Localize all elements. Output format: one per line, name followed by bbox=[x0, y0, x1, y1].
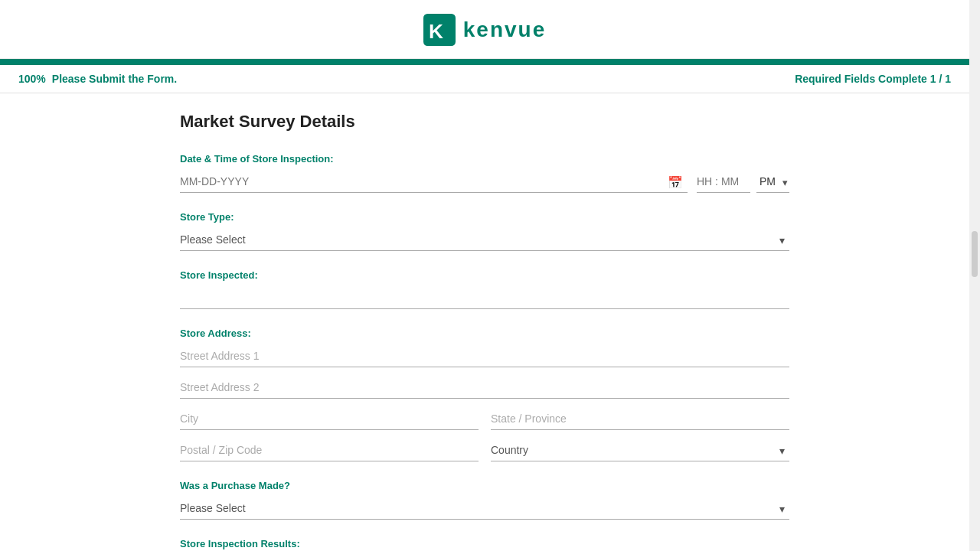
postal-field bbox=[180, 439, 479, 461]
form-title: Market Survey Details bbox=[180, 112, 789, 132]
ampm-wrapper: AM PM bbox=[756, 171, 789, 193]
street-address-2-input[interactable] bbox=[180, 377, 789, 399]
store-type-select-wrapper: Please Select bbox=[180, 229, 789, 251]
purchase-select[interactable]: Please Select Yes No bbox=[180, 497, 789, 520]
country-select[interactable]: Country bbox=[491, 439, 789, 461]
logo-container: K kenvue bbox=[423, 14, 547, 46]
required-fields-value: 1 / 1 bbox=[930, 73, 951, 85]
date-wrapper: 📅 bbox=[180, 171, 688, 193]
datetime-label: Date & Time of Store Inspection: bbox=[180, 153, 789, 165]
store-type-select[interactable]: Please Select bbox=[180, 229, 789, 251]
purchase-select-wrapper: Please Select Yes No bbox=[180, 497, 789, 520]
store-address-label: Store Address: bbox=[180, 328, 789, 339]
progress-percentage: 100% bbox=[18, 73, 46, 85]
store-address-field-group: Store Address: bbox=[180, 328, 789, 461]
store-inspected-input[interactable] bbox=[180, 287, 789, 309]
kenvue-logo-text: kenvue bbox=[463, 18, 547, 42]
store-type-label: Store Type: bbox=[180, 211, 789, 223]
scrollbar-thumb[interactable] bbox=[972, 231, 978, 277]
progress-message: Please Submit the Form. bbox=[52, 73, 177, 85]
state-field bbox=[491, 408, 789, 430]
purchase-label: Was a Purchase Made? bbox=[180, 480, 789, 491]
city-field bbox=[180, 408, 479, 430]
progress-info-bar: 100% Please Submit the Form. Required Fi… bbox=[0, 65, 969, 93]
datetime-field-group: Date & Time of Store Inspection: 📅 AM PM bbox=[180, 153, 789, 193]
progress-right: Required Fields Complete 1 / 1 bbox=[795, 73, 951, 85]
city-input[interactable] bbox=[180, 408, 479, 430]
ampm-select[interactable]: AM PM bbox=[756, 171, 789, 193]
scrollbar-track[interactable] bbox=[969, 0, 980, 551]
store-type-field-group: Store Type: Please Select bbox=[180, 211, 789, 251]
time-wrapper: AM PM bbox=[697, 171, 789, 193]
required-fields-label: Required Fields Complete bbox=[795, 73, 927, 85]
datetime-row: 📅 AM PM bbox=[180, 171, 789, 193]
progress-bar-fill bbox=[0, 59, 969, 65]
country-select-wrapper: Country bbox=[491, 439, 789, 461]
date-input[interactable] bbox=[180, 171, 688, 193]
page-header: K kenvue bbox=[0, 0, 969, 59]
main-form-content: Market Survey Details Date & Time of Sto… bbox=[155, 93, 814, 551]
postal-input[interactable] bbox=[180, 439, 479, 461]
inspection-results-label: Store Inspection Results: bbox=[180, 538, 789, 549]
kenvue-logo-icon: K bbox=[423, 14, 456, 46]
state-input[interactable] bbox=[491, 408, 789, 430]
street-address-1-input[interactable] bbox=[180, 345, 789, 367]
store-inspected-label: Store Inspected: bbox=[180, 269, 789, 281]
store-inspected-field-group: Store Inspected: bbox=[180, 269, 789, 309]
svg-text:K: K bbox=[429, 20, 443, 43]
progress-left: 100% Please Submit the Form. bbox=[18, 73, 177, 85]
time-input[interactable] bbox=[697, 171, 750, 193]
purchase-field-group: Was a Purchase Made? Please Select Yes N… bbox=[180, 480, 789, 520]
progress-bar-wrapper bbox=[0, 59, 969, 65]
inspection-results-field-group: Store Inspection Results: bbox=[180, 538, 789, 549]
